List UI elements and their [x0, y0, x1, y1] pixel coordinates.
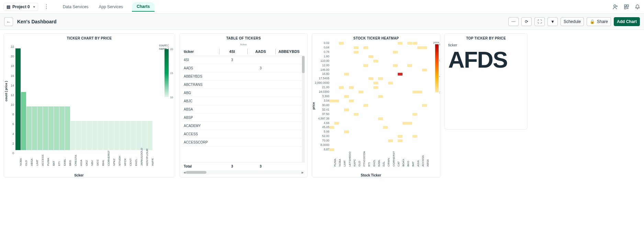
- table-row[interactable]: ABSP: [182, 114, 305, 122]
- bar-LIMT[interactable]: [32, 106, 37, 150]
- heatmap-cell[interactable]: [363, 64, 368, 67]
- table-vscrollbar[interactable]: [302, 56, 305, 162]
- share-button[interactable]: 🔒 Share: [587, 17, 611, 26]
- heatmap-cell[interactable]: [344, 130, 349, 133]
- heatmap-cell[interactable]: [407, 122, 412, 125]
- heatmap-cell[interactable]: [378, 117, 383, 120]
- col-header-2[interactable]: AADS: [246, 49, 275, 54]
- heatmap-cell[interactable]: [334, 100, 339, 102]
- bar-OKZ[interactable]: [81, 121, 87, 150]
- bar-HFCK[interactable]: [120, 121, 125, 150]
- heatmap-cell[interactable]: [403, 122, 407, 125]
- heatmap-cell[interactable]: [344, 95, 349, 98]
- heatmap-cell[interactable]: [393, 51, 398, 54]
- bar-AXIA[interactable]: [76, 121, 81, 150]
- bar-ACCESS[interactable]: [37, 106, 43, 150]
- heatmap-cell[interactable]: [354, 51, 359, 54]
- bar-MTNGH[interactable]: [114, 121, 120, 150]
- heatmap-cell[interactable]: [373, 86, 378, 89]
- project-kebab-menu[interactable]: ⋮: [42, 3, 51, 10]
- table-row[interactable]: ABBEYBDS: [182, 72, 305, 81]
- col-header-3[interactable]: ABBEYBDS: [275, 49, 303, 54]
- heatmap-cell[interactable]: [393, 64, 398, 67]
- bell-icon[interactable]: [634, 4, 641, 10]
- table-row[interactable]: ABCTRANS: [182, 81, 305, 89]
- card-table[interactable]: TABLE OF TICKERS ticker ticker 4SI AADS …: [179, 33, 308, 178]
- filter-button[interactable]: ▼: [547, 17, 558, 26]
- project-selector[interactable]: ▤ Project 0 ▾: [3, 3, 38, 11]
- heatmap-cell[interactable]: [398, 139, 403, 142]
- bar-BKG[interactable]: [65, 106, 70, 150]
- bar-ETI[interactable]: [54, 106, 59, 150]
- heatmap-cell[interactable]: [413, 42, 417, 45]
- heatmap-cell[interactable]: [398, 135, 403, 138]
- heatmap-cell[interactable]: [383, 126, 388, 129]
- add-chart-button[interactable]: Add Chart: [614, 17, 640, 26]
- heatmap-cell[interactable]: [417, 91, 422, 93]
- table-row[interactable]: ABSA: [182, 105, 305, 114]
- schedule-button[interactable]: Schedule: [561, 17, 584, 26]
- card-top-ticker[interactable]: TOP TICKER BY PRICE ticker AFDS: [444, 33, 528, 129]
- bar-HONYFLOUR[interactable]: [142, 121, 147, 150]
- bar-CRESTA[interactable]: [70, 121, 76, 150]
- bar-NCBA[interactable]: [15, 48, 21, 150]
- heatmap-cell[interactable]: [417, 46, 422, 49]
- tab-app-services[interactable]: App Services: [97, 2, 124, 11]
- tab-data-services[interactable]: Data Services: [61, 2, 90, 11]
- table-row[interactable]: AADS3: [182, 64, 305, 72]
- heatmap-cell[interactable]: [344, 109, 349, 111]
- back-button[interactable]: ←: [4, 17, 13, 26]
- heatmap-cell[interactable]: [388, 82, 393, 84]
- heatmap-cell[interactable]: [369, 55, 373, 58]
- col-header-1[interactable]: 4SI: [218, 49, 246, 54]
- bar-CENT[interactable]: [125, 121, 131, 150]
- card-bar-chart[interactable]: TICKER CHART BY PRICE count ( price ) 02…: [3, 33, 175, 178]
- bar-SICC[interactable]: [92, 121, 98, 150]
- heatmap-cell[interactable]: [373, 82, 378, 84]
- heatmap-cell[interactable]: [378, 77, 383, 80]
- heatmap-cell[interactable]: [354, 113, 359, 116]
- col-header-ticker[interactable]: ticker: [184, 49, 218, 54]
- bar-JAPAULGOLD[interactable]: [136, 121, 142, 150]
- bar-BIHL[interactable]: [98, 121, 103, 150]
- heatmap-cell[interactable]: [388, 139, 393, 142]
- table-hscrollbar[interactable]: ◀ ▶: [182, 170, 305, 174]
- heatmap-cell[interactable]: [349, 100, 354, 102]
- heatmap-cell[interactable]: [378, 95, 383, 98]
- heatmap-cell[interactable]: [422, 104, 427, 107]
- heatmap-cell[interactable]: [339, 86, 344, 89]
- bar-EHZL[interactable]: [131, 121, 136, 150]
- more-menu-button[interactable]: ⋯: [508, 17, 519, 26]
- refresh-button[interactable]: ⟳: [521, 17, 532, 26]
- heatmap-cell[interactable]: [422, 69, 427, 71]
- bar-CORNERST[interactable]: [103, 121, 109, 150]
- bar-EABL[interactable]: [59, 106, 65, 150]
- table-row[interactable]: ACCESS: [182, 130, 305, 138]
- bar-NPKZ[interactable]: [109, 121, 114, 150]
- heatmap-cell[interactable]: [373, 60, 378, 62]
- bar-BAT[interactable]: [48, 106, 54, 150]
- heatmap-cell[interactable]: [329, 100, 334, 102]
- heatmap-cell[interactable]: [413, 113, 417, 116]
- configure-icon[interactable]: [623, 4, 630, 10]
- fullscreen-button[interactable]: ⛶: [534, 17, 545, 26]
- bar-PUMA[interactable]: [43, 106, 48, 150]
- heatmap-cell[interactable]: [413, 135, 417, 138]
- heatmap-cell[interactable]: [363, 46, 368, 49]
- heatmap-cell[interactable]: [344, 73, 349, 76]
- tab-charts[interactable]: Charts: [132, 2, 155, 12]
- heatmap-cell[interactable]: [329, 126, 334, 129]
- heatmap-cell[interactable]: [422, 46, 427, 49]
- heatmap-cell[interactable]: [329, 148, 334, 151]
- invite-icon[interactable]: [612, 4, 619, 10]
- heatmap-cell[interactable]: [349, 86, 354, 89]
- table-row[interactable]: ACCESSCORP: [182, 138, 305, 147]
- table-hscroll-thumb[interactable]: [186, 171, 206, 174]
- heatmap-cell[interactable]: [398, 42, 403, 45]
- heatmap-cell[interactable]: [369, 77, 373, 80]
- heatmap-cell[interactable]: [407, 42, 412, 45]
- heatmap-cell[interactable]: [363, 104, 368, 107]
- bar-GLD[interactable]: [21, 92, 26, 150]
- bar-NBV[interactable]: [87, 121, 92, 150]
- heatmap-cell[interactable]: [407, 64, 412, 67]
